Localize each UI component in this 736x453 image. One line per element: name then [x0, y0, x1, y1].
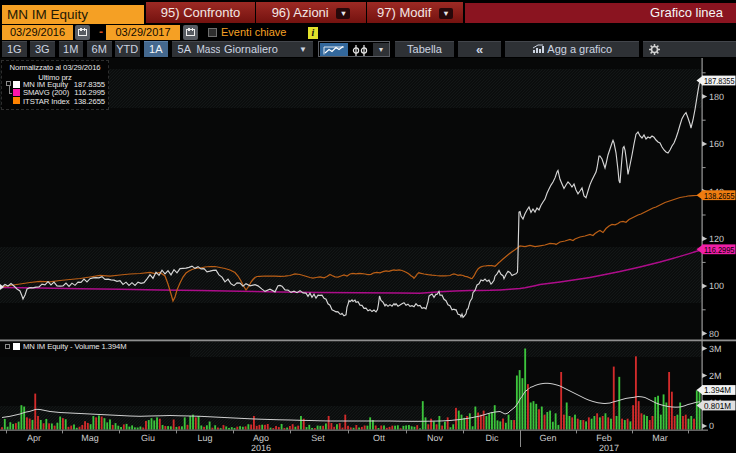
svg-text:3M: 3M [709, 344, 722, 354]
svg-text:138.2655: 138.2655 [704, 191, 735, 201]
svg-text:Gen: Gen [539, 433, 556, 443]
svg-text:Mag: Mag [81, 433, 99, 443]
svg-text:80: 80 [709, 329, 719, 339]
svg-text:116.2995: 116.2995 [704, 245, 735, 255]
svg-text:Lug: Lug [197, 433, 212, 443]
svg-text:Dic: Dic [486, 433, 499, 443]
svg-text:Feb: Feb [596, 433, 612, 443]
svg-text:0.801M: 0.801M [704, 401, 731, 411]
svg-text:Ott: Ott [373, 433, 386, 443]
svg-text:160: 160 [709, 139, 724, 149]
svg-text:Mar: Mar [652, 433, 668, 443]
svg-text:Apr: Apr [27, 433, 41, 443]
svg-text:2M: 2M [709, 371, 722, 381]
svg-text:2016: 2016 [251, 443, 271, 453]
svg-text:2017: 2017 [599, 443, 619, 453]
svg-text:0: 0 [709, 421, 714, 431]
svg-text:Ago: Ago [253, 433, 269, 443]
svg-text:120: 120 [709, 234, 724, 244]
svg-text:Giu: Giu [141, 433, 155, 443]
svg-text:1.394M: 1.394M [704, 385, 731, 395]
svg-text:100: 100 [709, 281, 724, 291]
svg-text:180: 180 [709, 92, 724, 102]
svg-text:Set: Set [311, 433, 325, 443]
svg-text:187.8355: 187.8355 [704, 76, 735, 86]
svg-text:Nov: Nov [427, 433, 444, 443]
